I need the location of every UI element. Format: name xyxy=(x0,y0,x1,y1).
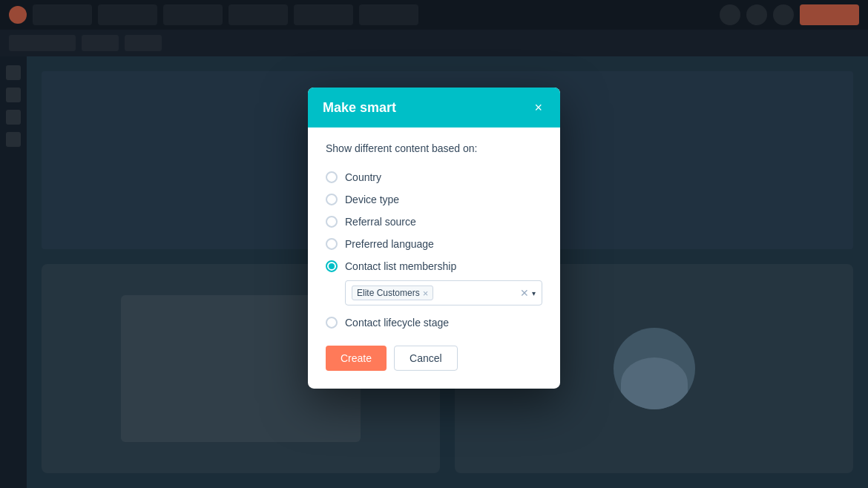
radio-label-contact-list-membership: Contact list membership xyxy=(345,260,456,272)
modal-title: Make smart xyxy=(323,99,396,115)
radio-country[interactable] xyxy=(326,171,338,183)
radio-contact-lifecycle-stage[interactable] xyxy=(326,317,338,329)
tag-elite-customers: Elite Customers × xyxy=(352,286,433,300)
modal-close-button[interactable]: × xyxy=(531,99,545,116)
modal-subtitle: Show different content based on: xyxy=(326,142,542,154)
radio-label-country: Country xyxy=(345,171,381,183)
radio-item-country[interactable]: Country xyxy=(326,166,542,188)
radio-label-preferred-language: Preferred language xyxy=(345,238,434,250)
tag-input-wrapper[interactable]: Elite Customers × ✕ ▾ xyxy=(345,280,542,306)
tag-remove-button[interactable]: × xyxy=(423,288,429,297)
radio-item-contact-lifecycle-stage[interactable]: Contact lifecycle stage xyxy=(326,311,542,334)
create-button[interactable]: Create xyxy=(326,346,387,371)
radio-device-type[interactable] xyxy=(326,194,338,205)
radio-label-device-type: Device type xyxy=(345,194,399,205)
radio-label-contact-lifecycle-stage: Contact lifecycle stage xyxy=(345,317,449,329)
radio-referral-source[interactable] xyxy=(326,216,338,228)
clear-icon: ✕ xyxy=(520,287,529,299)
modal-body: Show different content based on: Country… xyxy=(308,128,560,389)
radio-group: Country Device type Referral source Pref… xyxy=(326,166,542,334)
radio-item-preferred-language[interactable]: Preferred language xyxy=(326,233,542,255)
cancel-button[interactable]: Cancel xyxy=(394,346,458,371)
modal-header: Make smart × xyxy=(308,88,560,128)
radio-item-referral-source[interactable]: Referral source xyxy=(326,211,542,233)
radio-item-contact-list-membership[interactable]: Contact list membership xyxy=(326,255,542,277)
make-smart-modal: Make smart × Show different content base… xyxy=(308,88,560,389)
radio-item-device-type[interactable]: Device type xyxy=(326,188,542,211)
radio-preferred-language[interactable] xyxy=(326,238,338,250)
modal-actions: Create Cancel xyxy=(326,346,542,371)
radio-contact-list-membership[interactable] xyxy=(326,260,338,272)
radio-label-referral-source: Referral source xyxy=(345,216,416,228)
chevron-down-icon: ▾ xyxy=(532,288,536,297)
tag-input-clear-button[interactable]: ✕ ▾ xyxy=(520,287,536,299)
tag-label: Elite Customers xyxy=(357,288,420,298)
